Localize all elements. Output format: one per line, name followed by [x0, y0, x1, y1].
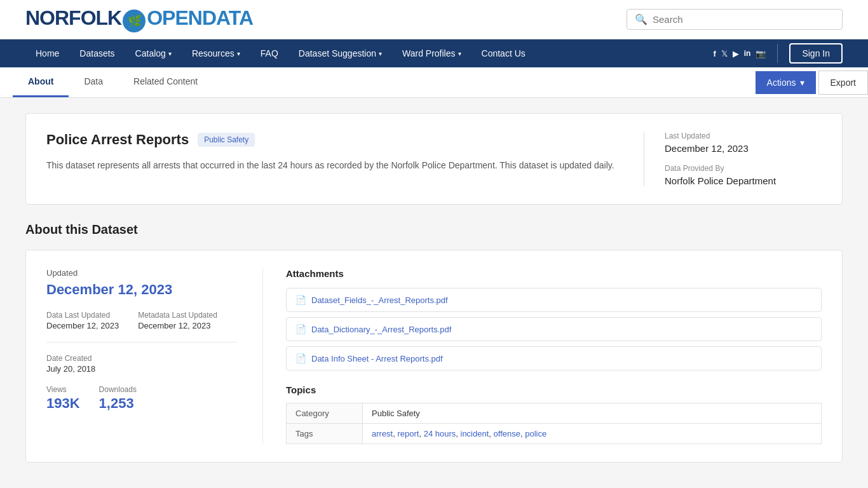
- search-bar[interactable]: 🔍: [627, 9, 843, 30]
- youtube-icon[interactable]: ▶: [733, 49, 739, 58]
- sign-in-button[interactable]: Sign In: [789, 43, 843, 64]
- dataset-description: This dataset represents all arrests that…: [46, 158, 618, 172]
- tags-label: Tags: [287, 424, 363, 444]
- views-label: Views: [46, 385, 80, 394]
- updated-date-big: December 12, 2023: [46, 281, 237, 298]
- topics-table: Category Public Safety Tags arrest, repo…: [286, 403, 822, 444]
- about-stats-row: Views 193K Downloads 1,253: [46, 385, 237, 412]
- tab-data[interactable]: Data: [69, 67, 118, 97]
- linkedin-icon[interactable]: in: [744, 49, 751, 58]
- logo-norfolk: NORFOLK🌿OPENDATA: [25, 6, 253, 32]
- tag-24hours[interactable]: 24 hours: [424, 429, 456, 438]
- nav-right: f 𝕏 ▶ in 📷 Sign In: [713, 43, 843, 64]
- data-provided-by-label: Data Provided By: [665, 164, 822, 173]
- dataset-title: Police Arrest Reports: [46, 132, 189, 148]
- about-meta-row: Data Last Updated December 12, 2023 Meta…: [46, 311, 237, 330]
- topics-category-row: Category Public Safety: [287, 403, 822, 424]
- dataset-main: Police Arrest Reports Public Safety This…: [46, 132, 618, 186]
- resources-chevron-icon: ▾: [237, 50, 240, 57]
- topics-title: Topics: [286, 384, 822, 395]
- metadata-last-updated-val: December 12, 2023: [138, 321, 217, 330]
- topics-tags-row: Tags arrest, report, 24 hours, incident,…: [287, 424, 822, 444]
- main-nav: Home Datasets Catalog ▾ Resources ▾ FAQ …: [0, 39, 868, 67]
- attachment-filename-2: Data_Dictionary_-_Arrest_Reports.pdf: [311, 325, 451, 334]
- search-icon: 🔍: [635, 13, 648, 25]
- category-value: Public Safety: [363, 403, 822, 424]
- logo-icon: 🌿: [123, 10, 146, 32]
- views-col: Views 193K: [46, 385, 80, 412]
- pdf-icon-2: 📄: [295, 324, 306, 334]
- instagram-icon[interactable]: 📷: [756, 49, 766, 58]
- nav-links: Home Datasets Catalog ▾ Resources ▾ FAQ …: [25, 39, 536, 67]
- nav-item-resources[interactable]: Resources ▾: [182, 39, 250, 67]
- nav-divider: [777, 44, 778, 63]
- attachments-title: Attachments: [286, 268, 822, 279]
- dataset-title-row: Police Arrest Reports Public Safety: [46, 132, 618, 148]
- top-header: NORFOLK🌿OPENDATA 🔍: [0, 0, 868, 39]
- divider: [46, 342, 237, 342]
- tab-related-content[interactable]: Related Content: [118, 67, 213, 97]
- about-left: Updated December 12, 2023 Data Last Upda…: [46, 268, 237, 444]
- pdf-icon-1: 📄: [295, 295, 306, 305]
- nav-item-faq[interactable]: FAQ: [250, 39, 288, 67]
- facebook-icon[interactable]: f: [713, 49, 715, 58]
- twitter-icon[interactable]: 𝕏: [721, 49, 728, 58]
- catalog-chevron-icon: ▾: [168, 50, 172, 57]
- tab-about[interactable]: About: [13, 67, 69, 97]
- metadata-last-updated-col: Metadata Last Updated December 12, 2023: [138, 311, 217, 330]
- tag-incident[interactable]: incident: [461, 429, 489, 438]
- pdf-icon-3: 📄: [295, 353, 306, 363]
- tabs-left: About Data Related Content: [13, 67, 213, 97]
- attachment-item-3[interactable]: 📄 Data Info Sheet - Arrest Reports.pdf: [286, 346, 822, 370]
- nav-item-home[interactable]: Home: [25, 39, 69, 67]
- date-created-val: July 20, 2018: [46, 364, 237, 374]
- category-label: Category: [287, 403, 363, 424]
- logo[interactable]: NORFOLK🌿OPENDATA: [25, 6, 253, 32]
- nav-item-ward-profiles[interactable]: Ward Profiles ▾: [392, 39, 471, 67]
- date-created-label: Date Created: [46, 354, 237, 363]
- attachment-filename-3: Data Info Sheet - Arrest Reports.pdf: [311, 354, 443, 363]
- tabs-right: Actions ▾ Export: [756, 71, 868, 95]
- nav-item-dataset-suggestion[interactable]: Dataset Suggestion ▾: [288, 39, 392, 67]
- about-card: Updated December 12, 2023 Data Last Upda…: [25, 250, 843, 463]
- social-icons: f 𝕏 ▶ in 📷: [713, 49, 766, 58]
- data-provided-by-value: Norfolk Police Department: [665, 175, 822, 186]
- nav-item-datasets[interactable]: Datasets: [69, 39, 125, 67]
- attachment-filename-1: Dataset_Fields_-_Arrest_Reports.pdf: [311, 295, 448, 305]
- about-grid: Updated December 12, 2023 Data Last Upda…: [46, 268, 822, 444]
- ward-profiles-chevron-icon: ▾: [458, 50, 461, 57]
- export-button[interactable]: Export: [818, 71, 868, 95]
- downloads-label: Downloads: [99, 385, 137, 394]
- downloads-val: 1,253: [99, 395, 137, 412]
- views-val: 193K: [46, 395, 80, 412]
- tag-police[interactable]: police: [525, 429, 546, 438]
- tag-report[interactable]: report: [397, 429, 419, 438]
- about-section-title: About this Dataset: [25, 222, 843, 237]
- updated-label: Updated: [46, 268, 237, 278]
- dataset-suggestion-chevron-icon: ▾: [379, 50, 382, 57]
- attachment-item-2[interactable]: 📄 Data_Dictionary_-_Arrest_Reports.pdf: [286, 317, 822, 341]
- search-input[interactable]: [653, 14, 834, 25]
- actions-button[interactable]: Actions ▾: [756, 71, 816, 94]
- data-last-updated-label: Data Last Updated: [46, 311, 119, 320]
- attachment-item-1[interactable]: 📄 Dataset_Fields_-_Arrest_Reports.pdf: [286, 288, 822, 312]
- metadata-last-updated-label: Metadata Last Updated: [138, 311, 217, 320]
- nav-item-catalog[interactable]: Catalog ▾: [125, 39, 182, 67]
- nav-item-contact-us[interactable]: Contact Us: [471, 39, 536, 67]
- data-last-updated-col: Data Last Updated December 12, 2023: [46, 311, 119, 330]
- last-updated-label: Last Updated: [665, 132, 822, 140]
- dataset-meta: Last Updated December 12, 2023 Data Prov…: [644, 132, 822, 186]
- about-right: Attachments 📄 Dataset_Fields_-_Arrest_Re…: [262, 268, 822, 444]
- tag-arrest[interactable]: arrest: [372, 429, 393, 438]
- tag-offense[interactable]: offense: [494, 429, 520, 438]
- tags-values: arrest, report, 24 hours, incident, offe…: [363, 424, 822, 444]
- last-updated-value: December 12, 2023: [665, 143, 822, 154]
- actions-chevron-icon: ▾: [800, 78, 804, 88]
- tabs-bar: About Data Related Content Actions ▾ Exp…: [0, 67, 868, 98]
- public-safety-badge: Public Safety: [198, 133, 255, 147]
- dataset-card: Police Arrest Reports Public Safety This…: [25, 113, 843, 205]
- downloads-col: Downloads 1,253: [99, 385, 137, 412]
- data-last-updated-val: December 12, 2023: [46, 321, 119, 330]
- main-content: Police Arrest Reports Public Safety This…: [0, 98, 868, 478]
